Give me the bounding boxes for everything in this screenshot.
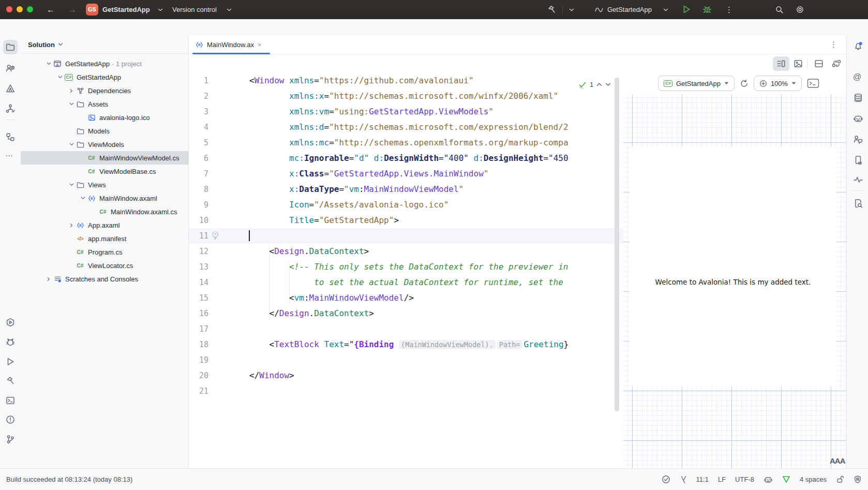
code-line[interactable]: mc:Ignorable="d" d:DesignWidth="400" d:D…: [249, 151, 568, 166]
previewer-terminal-icon[interactable]: [807, 78, 819, 88]
tree-row-scratches[interactable]: Scratches and Consoles: [21, 272, 213, 286]
code-line[interactable]: </Design.DataContext>: [249, 306, 374, 321]
close-tab-icon[interactable]: ×: [258, 41, 262, 49]
ai-assistant-icon[interactable]: @: [853, 72, 861, 82]
green-triangle-icon[interactable]: [782, 476, 790, 483]
debug-button[interactable]: [702, 5, 712, 14]
run-tool-window-icon[interactable]: [6, 357, 15, 366]
code-line[interactable]: <Window xmlns="https://github.com/avalon…: [249, 73, 474, 88]
prev-problem-chevron-icon[interactable]: [596, 83, 602, 86]
chevron-down-icon[interactable]: [569, 8, 574, 11]
device-manager-icon[interactable]: [854, 155, 863, 165]
profiler-pulse-icon[interactable]: [854, 175, 863, 184]
code-line[interactable]: Title="GetStartedApp">: [249, 213, 399, 228]
unit-tests-icon[interactable]: [6, 337, 15, 347]
maximize-window-button[interactable]: [27, 6, 33, 12]
code-line[interactable]: <vm:MainWindowViewModel/>: [249, 290, 414, 306]
problems-icon[interactable]: [6, 415, 15, 424]
swap-panels-icon[interactable]: [832, 59, 841, 68]
code-line[interactable]: Icon="/Assets/avalonia-logo.ico": [249, 197, 448, 213]
caret-position-widget[interactable]: 11:1: [696, 476, 709, 483]
version-control-menu[interactable]: Version control: [172, 0, 217, 19]
find-in-files-icon[interactable]: [854, 199, 863, 208]
editor-scrollbar[interactable]: [615, 78, 619, 411]
chevron-expanded-icon[interactable]: [47, 62, 51, 65]
editor-and-preview-view-icon[interactable]: [776, 59, 786, 68]
ai-robot-icon[interactable]: [764, 476, 773, 484]
database-icon[interactable]: [854, 93, 863, 102]
tree-row-solution[interactable]: GetStartedApp · 1 project: [21, 57, 213, 70]
notifications-bell-icon[interactable]: [854, 41, 863, 51]
chevron-expanded-icon[interactable]: [69, 143, 74, 146]
minimize-window-button[interactable]: [17, 6, 23, 12]
build-icon[interactable]: [547, 5, 556, 14]
chevron-expanded-icon[interactable]: [81, 197, 85, 200]
next-problem-chevron-icon[interactable]: [605, 83, 611, 86]
line-ending-widget[interactable]: LF: [718, 476, 726, 483]
unlocked-icon[interactable]: [836, 475, 844, 484]
more-actions-kebab[interactable]: ⋮: [725, 0, 733, 19]
git-branch-icon[interactable]: [6, 435, 15, 444]
chevron-expanded-icon[interactable]: [58, 76, 63, 79]
chevron-down-icon[interactable]: [227, 8, 232, 11]
preview-only-view-icon[interactable]: [794, 59, 803, 68]
code-line[interactable]: xmlns:mc="http://schemas.openxmlformats.…: [249, 135, 568, 151]
chevron-collapsed-icon[interactable]: [70, 223, 73, 228]
forward-icon[interactable]: →: [68, 0, 77, 19]
project-menu[interactable]: GetStartedApp: [102, 0, 150, 19]
diagrams-icon[interactable]: [6, 132, 15, 142]
code-line[interactable]: <!-- This only sets the DataContext for …: [249, 259, 568, 275]
back-icon[interactable]: ←: [47, 0, 55, 19]
code-line[interactable]: <Design.DataContext>: [249, 244, 369, 259]
chevron-down-icon[interactable]: [663, 8, 668, 11]
zoom-plus-icon[interactable]: [759, 80, 767, 87]
refresh-preview-icon[interactable]: [740, 79, 749, 88]
scratches-icon: [54, 275, 62, 283]
tab-options-kebab[interactable]: ⋮: [830, 40, 837, 49]
intention-bulb-icon[interactable]: [212, 231, 219, 240]
tab-mainwindow-axaml[interactable]: MainWindow.ax ×: [192, 35, 265, 54]
code-line[interactable]: x:DataType="vm:MainWindowViewModel": [249, 182, 463, 197]
settings-gear-icon[interactable]: [796, 5, 804, 14]
search-icon[interactable]: [775, 5, 784, 14]
folder-icon[interactable]: [6, 42, 15, 52]
shield-icon[interactable]: [854, 475, 862, 484]
code-editor[interactable]: 123 456 789 101112 131415 161718 192021 …: [189, 72, 623, 468]
code-line[interactable]: xmlns:x="http://schemas.microsoft.com/wi…: [249, 88, 558, 104]
code-line[interactable]: xmlns:vm="using:GetStartedApp.ViewModels…: [249, 104, 493, 120]
highlighting-mode-icon[interactable]: [680, 476, 687, 484]
run-anything-icon[interactable]: [6, 318, 15, 327]
triangle-a-icon[interactable]: [6, 84, 15, 93]
encoding-widget[interactable]: UTF-8: [735, 476, 754, 483]
code-line[interactable]: <TextBlock Text="{Binding (MainWindowVie…: [249, 337, 568, 352]
chevron-collapsed-icon[interactable]: [47, 277, 50, 281]
previewer-canvas[interactable]: Welcome to Avalonia! This is my added te…: [623, 94, 846, 468]
run-button[interactable]: [682, 5, 691, 14]
chevron-expanded-icon[interactable]: [69, 183, 74, 186]
tree-suffix: · 1 project: [112, 60, 142, 68]
check-circle-icon[interactable]: [662, 475, 670, 484]
code-with-me-icon[interactable]: [854, 135, 863, 144]
chevron-collapsed-icon[interactable]: [70, 88, 73, 93]
solution-panel-header[interactable]: Solution: [28, 35, 63, 54]
build-status-message[interactable]: Build succeeded at 08:13:24 (today 08:13…: [6, 476, 132, 483]
previewer-target-selector[interactable]: C# GetStartedApp: [658, 76, 735, 91]
run-configuration-selector[interactable]: GetStartedApp: [607, 0, 652, 19]
inspections-widget[interactable]: 1: [578, 81, 611, 88]
more-tool-windows-icon[interactable]: ⋯: [5, 151, 13, 160]
code-line[interactable]: xmlns:d="http://schemas.microsoft.com/ex…: [249, 120, 568, 135]
indent-widget[interactable]: 4 spaces: [800, 476, 827, 483]
ai-chat-robot-icon[interactable]: [854, 114, 863, 123]
close-window-button[interactable]: [6, 6, 12, 12]
chevron-down-icon[interactable]: [158, 8, 163, 11]
code-line[interactable]: x:Class="GetStartedApp.Views.MainWindow": [249, 166, 488, 182]
code-line[interactable]: </Window>: [249, 368, 294, 383]
usages-icon[interactable]: [6, 64, 15, 73]
build-tool-window-icon[interactable]: [6, 376, 15, 385]
horizontal-split-icon[interactable]: [814, 59, 824, 68]
terminal-icon[interactable]: [6, 396, 15, 405]
structure-icon[interactable]: [6, 104, 15, 113]
code-line[interactable]: to set the actual DataContext for runtim…: [249, 275, 568, 290]
chevron-expanded-icon[interactable]: [69, 102, 74, 106]
preview-zoom-control[interactable]: 100%: [754, 76, 802, 91]
